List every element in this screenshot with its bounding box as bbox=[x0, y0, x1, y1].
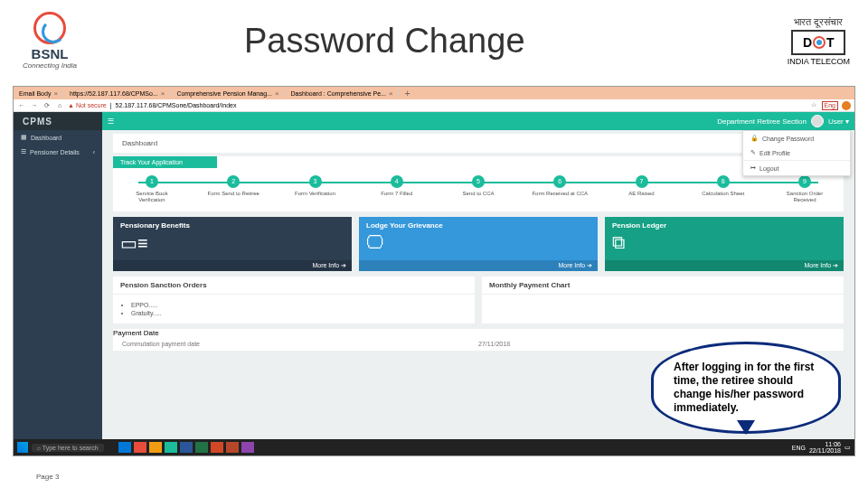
step: 2Form Send to Retiree bbox=[205, 175, 261, 202]
notification-icon[interactable]: ▭ bbox=[844, 444, 851, 451]
user-icon: ☰ bbox=[21, 148, 26, 155]
user-dropdown[interactable]: User ▾ bbox=[828, 117, 849, 126]
taskbar-lang[interactable]: ENG bbox=[792, 445, 806, 451]
menu-logout[interactable]: ↦Logout bbox=[743, 160, 850, 175]
slide-title: Password Change bbox=[244, 22, 788, 61]
app-icon[interactable] bbox=[211, 442, 223, 453]
step: 7AE Raised bbox=[614, 175, 670, 202]
browser-tab[interactable]: Comprehensive Pension Manag...× bbox=[171, 89, 285, 98]
dashboard-icon: ▦ bbox=[21, 134, 27, 141]
new-tab-button[interactable]: + bbox=[400, 89, 416, 99]
tile-benefits[interactable]: Pensionary Benefits ▭≡ More Info ➔ bbox=[113, 217, 352, 271]
home-icon[interactable]: ⌂ bbox=[55, 102, 64, 108]
bsnl-logo: BSNL Connecting India bbox=[18, 12, 81, 70]
menu-toggle-icon[interactable]: ☰ bbox=[108, 117, 114, 126]
sidebar-item-pensioner[interactable]: ☰Pensioner Details‹ bbox=[14, 145, 102, 159]
reload-icon[interactable]: ⟳ bbox=[42, 102, 52, 109]
arrow-circle-icon: ➔ bbox=[587, 262, 592, 268]
back-icon[interactable]: ← bbox=[17, 102, 26, 108]
menu-edit-profile[interactable]: ✎Edit Profile bbox=[743, 145, 850, 160]
app-icon[interactable] bbox=[241, 442, 254, 453]
step: 6Form Received at CCA bbox=[532, 175, 588, 202]
app-icon[interactable] bbox=[180, 442, 193, 453]
browser-tab[interactable]: Email Body× bbox=[14, 89, 64, 98]
forward-icon[interactable]: → bbox=[30, 102, 39, 108]
browser-tab[interactable]: https://52.187.117.68/CPMSo...× bbox=[64, 89, 171, 98]
tab-close-icon[interactable]: × bbox=[161, 89, 165, 98]
address-bar: ← → ⟳ ⌂ ▲ Not secure | 52.187.117.68/CPM… bbox=[14, 99, 854, 112]
avatar[interactable] bbox=[811, 115, 824, 127]
copy-icon: ⧉ bbox=[612, 232, 836, 253]
panel-sanction-orders: Pension Sanction Orders EPPO..... Gratui… bbox=[113, 277, 475, 324]
browser-tab-strip: Email Body× https://52.187.117.68/CPMSo.… bbox=[14, 87, 854, 99]
step: 8Calculation Sheet bbox=[695, 175, 751, 202]
menu-change-password[interactable]: 🔒Change Password bbox=[743, 131, 850, 145]
app-icon[interactable] bbox=[226, 442, 239, 453]
page-number: Page 3 bbox=[36, 473, 59, 481]
windows-taskbar: ⌕ Type here to search ENG 11:06 22/11/20… bbox=[14, 439, 854, 455]
app-icon[interactable] bbox=[134, 442, 146, 453]
instruction-callout: After logging in for the first time, the… bbox=[651, 342, 841, 434]
chevron-left-icon: ‹ bbox=[93, 149, 95, 155]
app-icon[interactable] bbox=[149, 442, 162, 453]
tab-close-icon[interactable]: × bbox=[275, 89, 279, 98]
logout-icon: ↦ bbox=[750, 164, 756, 172]
arrow-circle-icon: ➔ bbox=[833, 262, 838, 268]
monitor-icon: 🖵 bbox=[366, 232, 590, 253]
app-icon[interactable] bbox=[165, 442, 177, 453]
app-icon[interactable] bbox=[195, 442, 208, 453]
start-button[interactable] bbox=[17, 442, 28, 453]
sidebar: CPMS ▦Dashboard ☰Pensioner Details‹ bbox=[14, 112, 102, 439]
step: 5Send to CCA bbox=[450, 175, 506, 202]
url-text[interactable]: 52.187.117.68/CPMSone/Dashboard/Index bbox=[116, 102, 237, 108]
app-brand[interactable]: CPMS bbox=[14, 112, 102, 130]
progress-title: Track Your Application bbox=[113, 156, 217, 168]
id-card-icon: ▭≡ bbox=[120, 232, 344, 254]
step: 3Form Verification bbox=[288, 175, 344, 202]
star-icon[interactable]: ☆ bbox=[809, 101, 818, 110]
payment-label: Commutation payment date bbox=[122, 341, 478, 347]
lock-icon: 🔒 bbox=[750, 135, 759, 142]
user-menu: 🔒Change Password ✎Edit Profile ↦Logout bbox=[742, 130, 851, 176]
taskbar-time[interactable]: 11:06 bbox=[809, 441, 841, 447]
progress-tracker: Track Your Application 1Service Book Ver… bbox=[113, 156, 844, 211]
tab-close-icon[interactable]: × bbox=[389, 89, 393, 98]
step: 4Form 7 Filled bbox=[369, 175, 425, 202]
step: 1Service Book Verification bbox=[124, 175, 180, 202]
arrow-circle-icon: ➔ bbox=[341, 262, 346, 268]
sidebar-item-dashboard[interactable]: ▦Dashboard bbox=[14, 130, 102, 145]
pencil-icon: ✎ bbox=[750, 149, 756, 156]
taskbar-date[interactable]: 22/11/2018 bbox=[809, 447, 841, 454]
section-label: Department Retiree Section bbox=[717, 117, 807, 126]
tab-close-icon[interactable]: × bbox=[53, 89, 58, 98]
bsnl-tagline: Connecting India bbox=[18, 61, 81, 70]
profile-icon[interactable] bbox=[842, 101, 851, 110]
browser-tab[interactable]: Dashboard : Comprehensive Pe...× bbox=[286, 89, 400, 98]
tile-grievance[interactable]: Lodge Your Grievance 🖵 More Info ➔ bbox=[359, 217, 598, 271]
taskbar-search[interactable]: ⌕ Type here to search bbox=[32, 444, 104, 452]
security-warning[interactable]: ▲ Not secure bbox=[68, 102, 107, 108]
tile-ledger[interactable]: Pension Ledger ⧉ More Info ➔ bbox=[605, 217, 844, 271]
step: 9Sanction Order Received bbox=[777, 175, 833, 202]
list-item[interactable]: Gratuity..... bbox=[131, 310, 466, 316]
panel-payment-chart: Monthly Payment Chart bbox=[482, 277, 844, 324]
lang-badge[interactable]: Eng bbox=[822, 101, 838, 110]
dot-logo: भारत दूरसंचार DT INDIA TELECOM bbox=[788, 16, 850, 66]
app-icon[interactable] bbox=[118, 442, 131, 453]
top-bar: ☰ Department Retiree Section User ▾ 🔒Cha… bbox=[102, 112, 854, 130]
bsnl-name: BSNL bbox=[18, 46, 81, 61]
page-title: Dashboard bbox=[113, 134, 844, 153]
list-item[interactable]: EPPO..... bbox=[131, 302, 466, 308]
